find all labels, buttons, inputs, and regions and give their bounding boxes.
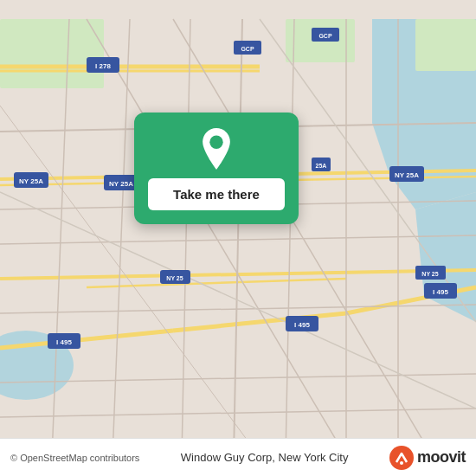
svg-text:I 495: I 495 <box>433 288 448 296</box>
location-pin-icon <box>196 128 237 170</box>
svg-text:NY 25: NY 25 <box>166 275 183 281</box>
svg-text:GCP: GCP <box>318 33 332 39</box>
svg-point-58 <box>209 136 222 149</box>
svg-point-60 <box>400 461 403 465</box>
location-text: Window Guy Corp, New York City <box>181 451 349 464</box>
svg-rect-4 <box>0 19 104 88</box>
moovit-logo: moovit <box>389 446 466 470</box>
svg-text:NY 25A: NY 25A <box>19 177 43 185</box>
svg-text:NY 25A: NY 25A <box>395 171 419 179</box>
copyright-text: © OpenStreetMap contributors <box>10 453 139 463</box>
moovit-icon <box>389 446 414 470</box>
svg-text:25A: 25A <box>316 163 327 169</box>
svg-rect-5 <box>415 19 476 71</box>
svg-point-59 <box>389 446 414 470</box>
map-background: I 278 GCP GCP NY 25A NY 25A NY 25A 25A N… <box>0 0 476 476</box>
svg-text:NY 25A: NY 25A <box>109 180 133 188</box>
take-me-there-button[interactable]: Take me there <box>148 178 285 210</box>
bottom-bar: © OpenStreetMap contributors Window Guy … <box>0 438 476 476</box>
svg-text:I 495: I 495 <box>56 338 72 346</box>
bottom-left-section: © OpenStreetMap contributors <box>10 453 139 463</box>
map-container: I 278 GCP GCP NY 25A NY 25A NY 25A 25A N… <box>0 0 476 476</box>
svg-text:I 278: I 278 <box>95 62 111 70</box>
svg-text:GCP: GCP <box>241 46 254 52</box>
svg-text:I 495: I 495 <box>294 321 310 329</box>
popup-card: Take me there <box>134 113 299 224</box>
svg-text:NY 25: NY 25 <box>421 271 438 277</box>
moovit-text: moovit <box>417 448 466 466</box>
